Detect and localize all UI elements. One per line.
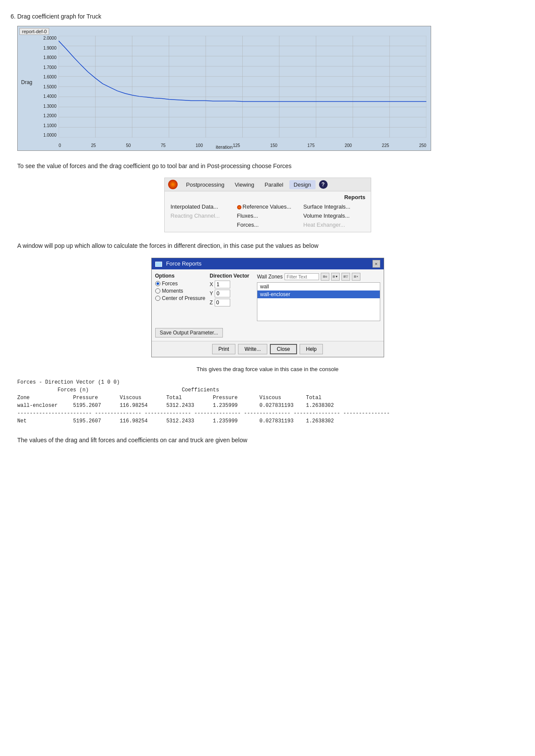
filter-match-icon[interactable]: ≡o	[321, 273, 329, 281]
z-input[interactable]	[215, 299, 230, 306]
y-label: Y	[210, 291, 213, 297]
options-label: Options	[155, 273, 206, 279]
y-input[interactable]	[215, 290, 230, 297]
surface-integrals-link[interactable]: Surface Integrals...	[303, 202, 366, 211]
fluxes-link[interactable]: Fluxes...	[236, 211, 299, 220]
menu-item-parallel[interactable]: Parallel	[260, 180, 288, 189]
y-tick: 1.6000	[43, 75, 56, 79]
x-tick: 200	[344, 143, 352, 148]
radio-cop-circle	[155, 296, 160, 301]
y-tick: 1.5000	[43, 84, 56, 89]
y-tick: 2.0000	[43, 36, 56, 41]
help-button[interactable]: ?	[319, 180, 328, 189]
volume-integrals-link[interactable]: Volume Integrals...	[303, 211, 366, 220]
force-reports-dialog: Force Reports × Options Forces Moments C…	[151, 258, 384, 357]
console-row-1: wall-encloser 5195.2607 116.98254 5312.2…	[17, 403, 334, 409]
forces-link[interactable]: Forces...	[236, 220, 299, 229]
dialog-top-row: Options Forces Moments Center of Pressur…	[155, 273, 380, 321]
z-label: Z	[210, 300, 213, 306]
console-divider: ------------------------ ---------------…	[17, 410, 390, 416]
filter-select-icon[interactable]: ≡▼	[331, 273, 340, 281]
direction-label: Direction Vector	[210, 273, 253, 279]
filter-input[interactable]	[285, 273, 319, 280]
x-tick: 150	[270, 143, 278, 148]
help-dialog-button[interactable]: Help	[300, 344, 323, 354]
console-caption: This gives the drag force value in this …	[17, 366, 518, 372]
reports-section: Reports Interpolated Data... Reacting Ch…	[165, 191, 371, 232]
x-tick: 75	[161, 143, 166, 148]
save-param-btn[interactable]: Save Output Parameter...	[155, 328, 223, 337]
direction-x-row: X	[210, 281, 253, 288]
x-label: X	[210, 281, 213, 287]
filter-deselect-icon[interactable]: ≡▽	[341, 273, 350, 281]
y-tick: 1.2000	[43, 113, 56, 118]
dialog-footer: Print Write... Close Help	[152, 341, 384, 357]
dialog-title: Force Reports	[166, 260, 201, 267]
radio-forces-circle	[155, 281, 160, 286]
radio-moments-circle	[155, 288, 160, 294]
x-tick: 225	[382, 143, 389, 148]
y-tick: 1.7000	[43, 65, 56, 70]
y-tick: 1.9000	[43, 46, 56, 50]
dialog-close-button[interactable]: ×	[372, 260, 380, 268]
section-heading: Drag coefficient graph for Truck	[17, 13, 518, 20]
paragraph-1: To see the value of forces and the drag …	[17, 161, 518, 171]
wall-zones-list[interactable]: wall wall-encloser	[257, 282, 380, 321]
direction-z-row: Z	[210, 299, 253, 306]
menu-item-design[interactable]: Design	[289, 180, 315, 189]
console-net: Net 5195.2607 116.98254 5312.2433 1.2359…	[17, 418, 334, 424]
dialog-body: Options Forces Moments Center of Pressur…	[152, 269, 384, 341]
console-subheader: Forces (n) Coefficients	[17, 387, 219, 393]
x-tick: 250	[419, 143, 426, 148]
reacting-channel-link[interactable]: Reacting Channel...	[170, 211, 233, 220]
y-tick: 1.4000	[43, 94, 56, 99]
radio-moments-label: Moments	[162, 288, 183, 294]
heat-exchanger-link[interactable]: Heat Exhanger...	[303, 220, 366, 229]
options-column: Options Forces Moments Center of Pressur…	[155, 273, 206, 321]
monitor-icon	[155, 262, 162, 267]
paragraph-3: The values of the drag and lift forces a…	[17, 435, 518, 445]
reference-values-link[interactable]: Reference Values...	[236, 202, 299, 211]
wall-item-wall[interactable]: wall	[257, 283, 379, 291]
reports-grid: Interpolated Data... Reacting Channel...…	[170, 202, 366, 229]
write-button[interactable]: Write...	[238, 344, 267, 354]
radio-forces[interactable]: Forces	[155, 281, 206, 287]
paragraph-2: A window will pop up which allow to calc…	[17, 241, 518, 250]
radio-moments[interactable]: Moments	[155, 288, 206, 294]
x-tick: 175	[307, 143, 315, 148]
reports-title: Reports	[170, 194, 366, 200]
close-button[interactable]: Close	[270, 344, 297, 354]
radio-center-of-pressure[interactable]: Center of Pressure	[155, 295, 206, 301]
radio-cop-label: Center of Pressure	[162, 295, 206, 301]
direction-y-row: Y	[210, 290, 253, 297]
menu-item-postprocessing[interactable]: Postprocessing	[182, 180, 229, 189]
menu-top-bar: Postprocessing Viewing Parallel Design ?	[165, 178, 371, 191]
console-col-labels: Zone Pressure Viscous Total Pressure Vis…	[17, 395, 322, 401]
x-tick: 100	[196, 143, 203, 148]
menu-col-3: Surface Integrals... Volume Integrals...…	[303, 202, 366, 229]
x-input[interactable]	[215, 281, 230, 288]
y-tick: 1.0000	[43, 133, 56, 137]
wall-zones-topbar: Wall Zones ≡o ≡▼ ≡▽ ≡×	[257, 273, 380, 281]
x-tick: 125	[233, 143, 240, 148]
wall-item-wall-encloser[interactable]: wall-encloser	[257, 291, 379, 298]
wall-zones-label: Wall Zones	[257, 274, 283, 280]
y-tick: 1.8000	[43, 55, 56, 60]
report-label: report-def-0	[19, 28, 49, 35]
menu-col-1: Interpolated Data... Reacting Channel...	[170, 202, 233, 229]
console-output: Forces - Direction Vector (1 0 0) Forces…	[17, 377, 518, 427]
app-icon	[168, 180, 178, 189]
filter-invert-icon[interactable]: ≡×	[352, 273, 360, 281]
graph-svg	[59, 36, 426, 137]
print-button[interactable]: Print	[212, 344, 236, 354]
x-axis-label: iteration	[216, 144, 232, 150]
dialog-titlebar: Force Reports ×	[152, 258, 384, 269]
y-tick: 1.3000	[43, 104, 56, 109]
y-tick: 1.1000	[43, 123, 56, 128]
direction-column: Direction Vector X Y Z	[210, 273, 253, 321]
x-tick: 50	[126, 143, 131, 148]
x-tick: 0	[59, 143, 61, 148]
menu-item-viewing[interactable]: Viewing	[230, 180, 258, 189]
interpolated-data-link[interactable]: Interpolated Data...	[170, 202, 233, 211]
x-tick: 25	[91, 143, 96, 148]
